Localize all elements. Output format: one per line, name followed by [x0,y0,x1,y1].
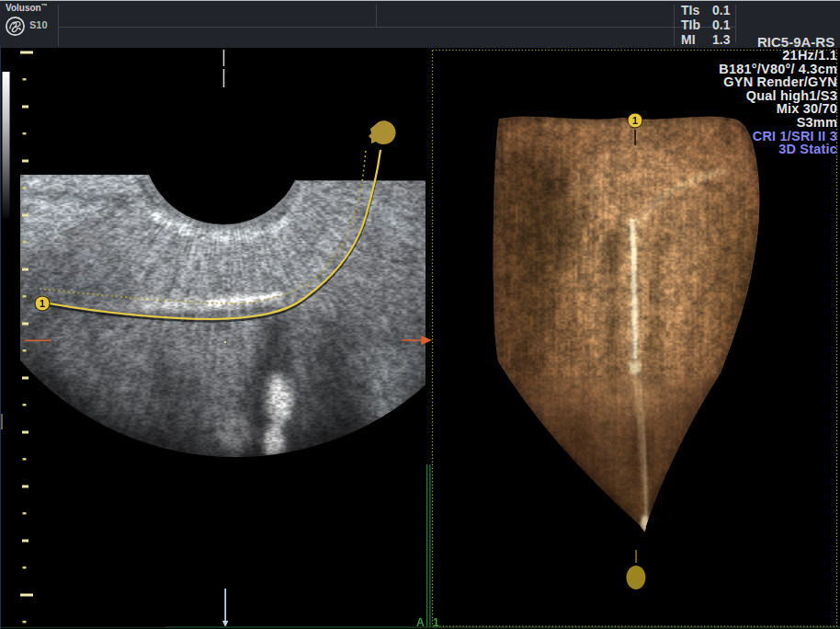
svg-text:1: 1 [433,616,439,629]
svg-text:1: 1 [40,298,45,309]
svg-text:A: A [416,616,425,629]
svg-text:1: 1 [632,115,638,126]
